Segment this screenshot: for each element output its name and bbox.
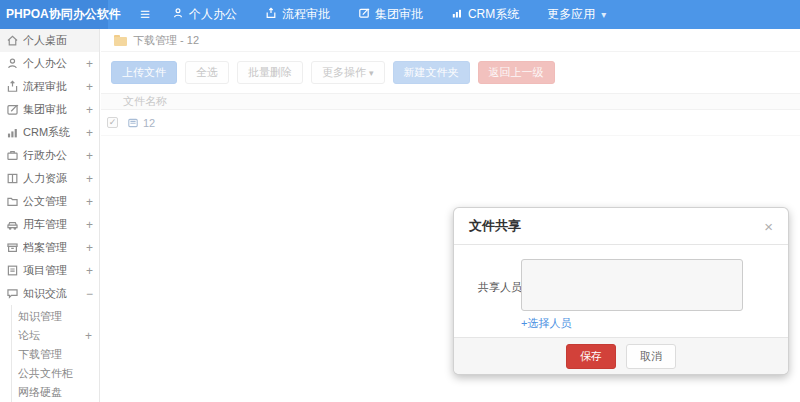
nav-item-label: 流程审批 bbox=[282, 6, 330, 23]
sidebar-item-project-management[interactable]: 项目管理 + bbox=[0, 259, 99, 282]
modal-header: 文件共享 × bbox=[454, 208, 788, 245]
nav-item-group-approval[interactable]: 集团审批 bbox=[358, 6, 423, 23]
file-name[interactable]: 12 bbox=[143, 117, 155, 129]
nav-item-personal-office[interactable]: 个人办公 bbox=[172, 6, 237, 23]
cancel-button[interactable]: 取消 bbox=[626, 344, 676, 369]
new-folder-button[interactable]: 新建文件夹 bbox=[393, 61, 470, 84]
sidebar-item-label: 用车管理 bbox=[23, 217, 83, 232]
expand-icon[interactable]: + bbox=[83, 80, 93, 94]
expand-icon[interactable]: + bbox=[83, 195, 93, 209]
modal-title: 文件共享 bbox=[469, 217, 764, 235]
expand-icon[interactable]: + bbox=[83, 172, 93, 186]
expand-icon[interactable]: + bbox=[82, 329, 92, 343]
save-button[interactable]: 保存 bbox=[566, 344, 616, 369]
sidebar-item-archive-management[interactable]: 档案管理 + bbox=[0, 236, 99, 259]
nav-item-label: 更多应用 bbox=[547, 6, 595, 23]
share-people-label: 共享人员 bbox=[478, 280, 521, 331]
edit-icon bbox=[6, 103, 19, 116]
select-all-button[interactable]: 全选 bbox=[185, 61, 229, 84]
sidebar-subitem-label: 知识管理 bbox=[18, 309, 82, 324]
file-icon bbox=[127, 117, 139, 129]
sidebar-item-group-approval[interactable]: 集团审批 + bbox=[0, 98, 99, 121]
expand-icon[interactable]: + bbox=[83, 57, 93, 71]
collapse-icon[interactable]: − bbox=[83, 287, 93, 301]
sidebar-subitem-forum[interactable]: 论坛 + bbox=[12, 326, 99, 345]
user-icon bbox=[6, 57, 19, 70]
sidebar-item-personal-office[interactable]: 个人办公 + bbox=[0, 52, 99, 75]
go-back-button[interactable]: 返回上一级 bbox=[478, 61, 555, 84]
sidebar-item-knowledge-exchange[interactable]: 知识交流 − bbox=[0, 282, 99, 305]
sidebar-item-label: 个人办公 bbox=[23, 56, 83, 71]
expand-icon[interactable]: + bbox=[83, 149, 93, 163]
sidebar-subitem-label: 网络硬盘 bbox=[18, 385, 82, 400]
caret-down-icon: ▾ bbox=[369, 68, 374, 78]
modal-body: 共享人员 +选择人员 bbox=[454, 245, 788, 331]
more-actions-dropdown[interactable]: 更多操作▾ bbox=[311, 61, 385, 84]
sidebar-item-label: 公文管理 bbox=[23, 194, 83, 209]
sidebar-item-vehicle-management[interactable]: 用车管理 + bbox=[0, 213, 99, 236]
file-share-modal: 文件共享 × 共享人员 +选择人员 保存 取消 bbox=[453, 207, 789, 375]
sidebar-item-label: 流程审批 bbox=[23, 79, 83, 94]
nav-item-crm[interactable]: CRM系统 bbox=[451, 6, 519, 23]
book-icon bbox=[6, 172, 19, 185]
table-row[interactable]: ✓ 12 bbox=[101, 110, 800, 136]
chat-icon bbox=[6, 287, 19, 300]
expand-icon[interactable]: + bbox=[83, 241, 93, 255]
sidebar-item-admin-office[interactable]: 行政办公 + bbox=[0, 144, 99, 167]
sidebar-item-crm[interactable]: CRM系统 + bbox=[0, 121, 99, 144]
upload-file-button[interactable]: 上传文件 bbox=[111, 61, 177, 84]
close-icon[interactable]: × bbox=[764, 219, 773, 234]
nav-item-label: CRM系统 bbox=[468, 6, 519, 23]
sidebar-item-workflow-approval[interactable]: 流程审批 + bbox=[0, 75, 99, 98]
sidebar-subitem-knowledge-management[interactable]: 知识管理 bbox=[12, 307, 99, 326]
hamburger-icon[interactable]: ≡ bbox=[140, 0, 150, 29]
sidebar-subitem-download-management[interactable]: 下载管理 bbox=[12, 345, 99, 364]
edit-icon bbox=[358, 7, 375, 22]
sidebar-item-personal-desktop[interactable]: 个人桌面 bbox=[0, 29, 99, 52]
breadcrumb-text: 下载管理 - 12 bbox=[133, 33, 199, 48]
briefcase-icon bbox=[6, 149, 19, 162]
sidebar-subitem-public-file-cabinet[interactable]: 公共文件柜 bbox=[12, 364, 99, 383]
sidebar-item-label: CRM系统 bbox=[23, 125, 83, 140]
sidebar-item-human-resources[interactable]: 人力资源 + bbox=[0, 167, 99, 190]
nav-item-more-apps[interactable]: 更多应用 ▾ bbox=[547, 6, 606, 23]
expand-icon[interactable]: + bbox=[83, 218, 93, 232]
folder-icon bbox=[114, 35, 127, 46]
expand-icon[interactable]: + bbox=[83, 126, 93, 140]
sidebar-item-label: 知识交流 bbox=[23, 286, 83, 301]
select-people-link[interactable]: +选择人员 bbox=[521, 316, 743, 331]
sidebar-subitem-label: 公共文件柜 bbox=[18, 366, 82, 381]
sidebar-item-label: 集团审批 bbox=[23, 102, 83, 117]
toolbar: 上传文件 全选 批量删除 更多操作▾ 新建文件夹 返回上一级 bbox=[101, 52, 800, 84]
flow-icon bbox=[265, 7, 282, 22]
nav-item-workflow-approval[interactable]: 流程审批 bbox=[265, 6, 330, 23]
share-people-field-wrap: +选择人员 bbox=[521, 259, 743, 331]
home-icon bbox=[6, 34, 19, 47]
column-file-name: 文件名称 bbox=[123, 94, 167, 109]
sidebar-item-label: 项目管理 bbox=[23, 263, 83, 278]
more-actions-label: 更多操作 bbox=[322, 66, 366, 78]
folder-icon bbox=[6, 195, 19, 208]
sidebar-item-document-management[interactable]: 公文管理 + bbox=[0, 190, 99, 213]
project-icon bbox=[6, 264, 19, 277]
sidebar-subitem-network-disk[interactable]: 网络硬盘 bbox=[12, 383, 99, 402]
sidebar-item-label: 行政办公 bbox=[23, 148, 83, 163]
sidebar: 个人桌面 个人办公 + 流程审批 + 集团审批 + CRM系统 + 行政办公 +… bbox=[0, 29, 100, 402]
caret-down-icon: ▾ bbox=[601, 9, 606, 20]
sidebar-item-label: 档案管理 bbox=[23, 240, 83, 255]
sidebar-item-label: 人力资源 bbox=[23, 171, 83, 186]
car-icon bbox=[6, 218, 19, 231]
row-checkbox[interactable]: ✓ bbox=[107, 117, 118, 128]
top-navbar: PHPOA协同办公软件 ≡ 个人办公 流程审批 集团审批 CRM系统 更多应用 … bbox=[0, 0, 800, 29]
batch-delete-button[interactable]: 批量删除 bbox=[237, 61, 303, 84]
chart-icon bbox=[6, 126, 19, 139]
nav-item-label: 集团审批 bbox=[375, 6, 423, 23]
expand-icon[interactable]: + bbox=[83, 103, 93, 117]
sidebar-submenu-knowledge: 知识管理 论坛 + 下载管理 公共文件柜 网络硬盘 bbox=[11, 305, 99, 402]
user-icon bbox=[172, 7, 189, 22]
flow-icon bbox=[6, 80, 19, 93]
app-logo: PHPOA协同办公软件 bbox=[0, 0, 108, 29]
modal-footer: 保存 取消 bbox=[454, 337, 788, 374]
share-people-textarea[interactable] bbox=[521, 259, 743, 311]
expand-icon[interactable]: + bbox=[83, 264, 93, 278]
